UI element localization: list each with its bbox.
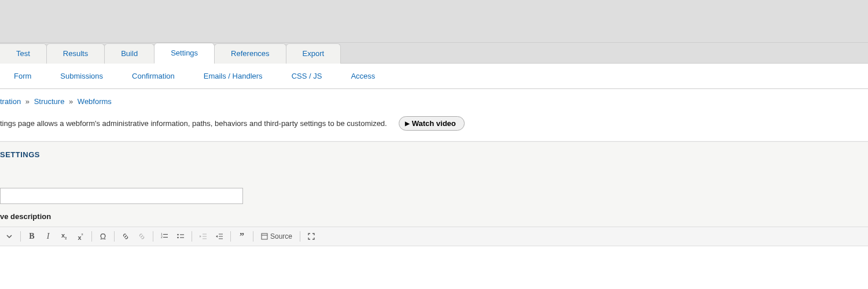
breadcrumb-item-structure[interactable]: Structure <box>34 97 65 106</box>
primary-tabs: Test Results Build Settings References E… <box>0 43 868 64</box>
format-dropdown-icon[interactable] <box>2 230 16 243</box>
breadcrumb-separator: » <box>69 97 73 106</box>
tab-references[interactable]: References <box>214 43 286 64</box>
secondary-tabs: Form Submissions Confirmation Emails / H… <box>0 64 868 89</box>
tab-settings[interactable]: Settings <box>154 43 215 64</box>
svg-rect-14 <box>262 234 267 239</box>
play-icon: ▶ <box>405 120 410 127</box>
subtab-access[interactable]: Access <box>351 72 375 80</box>
settings-panel: SETTINGS ve description B I x₂ x² Ω 12 <box>0 142 868 246</box>
tab-results[interactable]: Results <box>46 43 105 64</box>
indent-icon[interactable] <box>212 230 226 243</box>
toolbar-separator <box>91 231 92 242</box>
toolbar-separator <box>192 231 192 242</box>
breadcrumb-item-webforms[interactable]: Webforms <box>78 97 112 106</box>
tab-build[interactable]: Build <box>104 43 155 64</box>
toolbar-separator <box>20 231 21 242</box>
svg-point-5 <box>177 237 179 239</box>
breadcrumb: tration » Structure » Webforms <box>0 89 868 113</box>
watch-video-button[interactable]: ▶ Watch video <box>399 116 465 131</box>
subtab-submissions[interactable]: Submissions <box>60 72 103 80</box>
panel-heading: SETTINGS <box>0 150 868 188</box>
toolbar-separator <box>300 231 300 242</box>
toolbar-separator <box>253 231 253 242</box>
title-input[interactable] <box>0 188 243 204</box>
subtab-css-js[interactable]: CSS / JS <box>292 72 322 80</box>
maximize-icon[interactable] <box>304 230 318 243</box>
header-region <box>0 0 868 43</box>
subscript-icon[interactable]: x₂ <box>57 230 71 243</box>
source-icon <box>261 233 268 240</box>
link-icon[interactable] <box>119 230 133 243</box>
special-char-icon[interactable]: Ω <box>96 230 110 243</box>
subtab-confirmation[interactable]: Confirmation <box>132 72 175 80</box>
description-row: tings page allows a webform's administra… <box>0 113 868 142</box>
page-description: tings page allows a webform's administra… <box>0 119 387 128</box>
tab-export[interactable]: Export <box>286 43 341 64</box>
italic-icon[interactable]: I <box>41 230 55 243</box>
tab-test[interactable]: Test <box>0 43 47 64</box>
toolbar-separator <box>114 231 115 242</box>
editor-toolbar: B I x₂ x² Ω 12 ” Source <box>0 227 868 246</box>
blockquote-icon[interactable]: ” <box>235 230 249 243</box>
svg-point-4 <box>177 234 179 236</box>
unordered-list-icon[interactable] <box>174 230 187 243</box>
bold-icon[interactable]: B <box>25 230 39 243</box>
superscript-icon[interactable]: x² <box>73 230 87 243</box>
breadcrumb-item-administration[interactable]: tration <box>0 97 21 106</box>
toolbar-separator <box>230 231 231 242</box>
watch-video-label: Watch video <box>412 119 456 128</box>
svg-text:2: 2 <box>161 235 163 239</box>
admin-description-label: ve description <box>0 212 868 227</box>
unlink-icon[interactable] <box>135 230 149 243</box>
breadcrumb-separator: » <box>25 97 30 106</box>
subtab-emails-handlers[interactable]: Emails / Handlers <box>204 72 263 80</box>
subtab-form[interactable]: Form <box>14 72 31 80</box>
toolbar-separator <box>153 231 153 242</box>
source-label: Source <box>270 232 292 240</box>
ordered-list-icon[interactable]: 12 <box>157 230 171 243</box>
source-button[interactable]: Source <box>258 230 296 243</box>
outdent-icon[interactable] <box>196 230 210 243</box>
